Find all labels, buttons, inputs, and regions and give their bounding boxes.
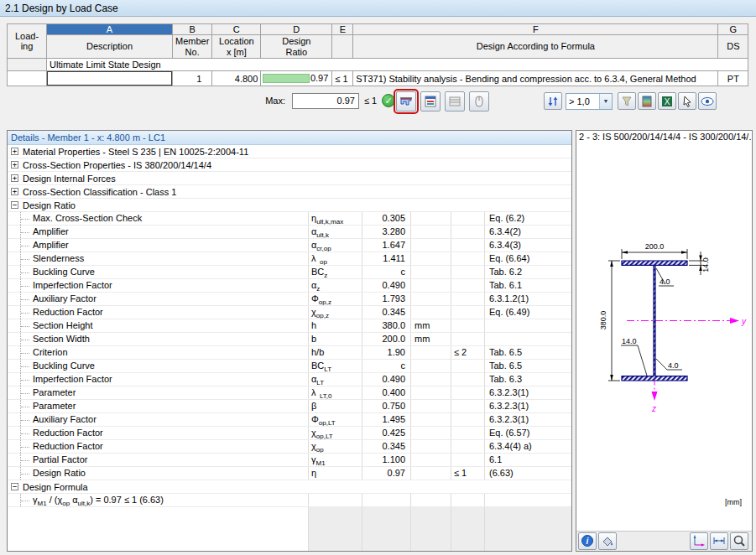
- detail-row[interactable]: Amplifierαcr,op1.6476.3.4(3): [8, 239, 571, 252]
- dimension-lines-button[interactable]: [710, 532, 728, 550]
- tree-group-row[interactable]: +Material Properties - Steel S 235 | EN …: [8, 145, 571, 158]
- column-letter-g[interactable]: G: [718, 24, 748, 35]
- detail-unit: [410, 386, 451, 399]
- header-description[interactable]: Description: [47, 35, 173, 59]
- dim-height: 380.0: [599, 261, 620, 381]
- detail-value: 1.495: [362, 413, 410, 426]
- dim-web-top: 4.0: [656, 268, 674, 286]
- detail-row[interactable]: Criterionh/b1.90≤ 2Tab. 6.5: [8, 346, 571, 360]
- detail-value: c: [362, 360, 410, 372]
- cell-design-ratio[interactable]: 0.97: [261, 71, 332, 86]
- header-location[interactable]: Location x [m]: [212, 35, 261, 59]
- zoom-button[interactable]: [730, 532, 748, 550]
- tree-group-row[interactable]: −Design Formula: [8, 480, 571, 494]
- detail-row[interactable]: Reduction Factorχop,z0.345Eq. (6.49): [8, 306, 571, 319]
- result-values-button[interactable]: [445, 91, 465, 112]
- detail-symbol: ηult,k,max: [308, 212, 362, 225]
- filler-cell: [451, 507, 484, 551]
- detail-row[interactable]: Parameterλ_LT,00.4006.3.2.3(1): [8, 386, 571, 400]
- result-diagrams-button[interactable]: [396, 91, 416, 112]
- detail-row[interactable]: Buckling CurveBCzcTab. 6.2: [8, 266, 571, 279]
- collapse-icon[interactable]: −: [11, 201, 18, 209]
- filter-button[interactable]: [618, 92, 636, 110]
- header-limit[interactable]: [332, 35, 353, 59]
- mouse-mode-button[interactable]: [469, 91, 489, 112]
- detail-row[interactable]: Design Ratioη0.97≤ 1(6.63): [8, 467, 571, 480]
- detail-row[interactable]: Max. Cross-Section Checkηult,k,max0.305E…: [8, 212, 571, 226]
- detail-criterion: [451, 306, 484, 319]
- detail-desc: Reduction Factor: [8, 306, 308, 319]
- expand-icon[interactable]: +: [11, 161, 18, 169]
- header-formula[interactable]: Design According to Formula: [353, 35, 718, 59]
- header-member-no[interactable]: Member No.: [173, 35, 212, 59]
- expand-icon[interactable]: +: [11, 174, 18, 182]
- detail-row[interactable]: Reduction Factorχop,LT0.425Eq. (6.57): [8, 427, 571, 440]
- detail-criterion: [451, 252, 484, 265]
- detail-criterion: [451, 454, 484, 466]
- max-value-box[interactable]: 0.97: [292, 93, 359, 109]
- column-letter-a[interactable]: A: [47, 24, 173, 35]
- tree-group-row[interactable]: +Design Internal Forces: [8, 172, 571, 185]
- column-letter-b[interactable]: B: [173, 24, 212, 35]
- detail-row[interactable]: Slendernessλ_op1.411Eq. (6.64): [8, 252, 571, 266]
- detail-row[interactable]: Amplifierαult,k3.2806.3.4(2): [8, 226, 571, 239]
- detail-row[interactable]: Imperfection Factorαz0.490Tab. 6.1: [8, 279, 571, 293]
- display-properties-button[interactable]: [598, 532, 617, 550]
- axes-toggle-button[interactable]: [690, 532, 708, 550]
- detail-row[interactable]: Auxiliary FactorΦop,LT1.4956.3.2.3(1): [8, 413, 571, 427]
- detail-reference: 6.3.2.3(1): [484, 413, 571, 426]
- detail-row[interactable]: Buckling CurveBCLTcTab. 6.5: [8, 360, 571, 373]
- detail-row[interactable]: Section Widthb200.0mm: [8, 333, 571, 346]
- control-panel-button[interactable]: [420, 91, 441, 112]
- excel-export-button[interactable]: X: [658, 92, 676, 110]
- detail-reference: 6.1: [484, 454, 571, 466]
- cell-load-case[interactable]: LC1: [8, 71, 47, 86]
- sort-button[interactable]: [544, 92, 562, 110]
- svg-text:4.0: 4.0: [668, 361, 679, 370]
- detail-reference: Eq. (6.64): [484, 252, 571, 265]
- detail-row[interactable]: Parameterβ0.7506.3.2.3(1): [8, 400, 571, 413]
- detail-criterion: [451, 360, 484, 372]
- pick-object-button[interactable]: [678, 92, 696, 110]
- column-letter-e[interactable]: E: [332, 24, 353, 35]
- info-button[interactable]: i: [578, 532, 597, 550]
- cell-ratio-limit[interactable]: ≤ 1: [332, 71, 353, 86]
- design-formula-row[interactable]: γM1 / (χop αult,k) = 0.97 ≤ 1 (6.63): [8, 494, 571, 507]
- cell-ds[interactable]: PT: [718, 71, 748, 86]
- expand-icon[interactable]: +: [11, 188, 18, 195]
- expand-icon[interactable]: +: [11, 148, 18, 155]
- chevron-down-icon[interactable]: ▼: [599, 94, 612, 109]
- cell-member-no[interactable]: 1: [173, 71, 212, 86]
- paint-bucket-icon: [601, 534, 614, 547]
- corner-header[interactable]: Load- ing: [8, 24, 47, 59]
- color-gradient-button[interactable]: [638, 92, 656, 110]
- header-ds[interactable]: DS: [718, 35, 748, 59]
- column-letter-c[interactable]: C: [212, 24, 261, 35]
- column-letter-d[interactable]: D: [261, 24, 332, 35]
- collapse-icon[interactable]: −: [11, 483, 18, 490]
- detail-row[interactable]: Imperfection FactorαLT0.490Tab. 6.3: [8, 373, 571, 386]
- header-design-ratio[interactable]: Design Ratio: [261, 35, 332, 59]
- cell-location[interactable]: 4.800: [212, 71, 261, 86]
- detail-value: 0.425: [362, 427, 410, 439]
- dim-web-bottom: 4.0: [656, 359, 682, 370]
- svg-text:380.0: 380.0: [599, 311, 607, 330]
- detail-reference: Tab. 6.5: [484, 346, 571, 359]
- detail-row[interactable]: Reduction Factorχop0.3456.3.4(4) a): [8, 440, 571, 454]
- visibility-button[interactable]: [698, 92, 717, 110]
- detail-symbol: αLT: [308, 373, 362, 386]
- cell-formula[interactable]: ST371) Stability analysis - Bending and …: [353, 71, 718, 86]
- column-letter-f[interactable]: F: [353, 24, 718, 35]
- detail-row[interactable]: Section Heighth380.0mm: [8, 319, 571, 333]
- cell-description[interactable]: [47, 71, 173, 86]
- cross-section-title: 2 - 3: IS 500/200/14/14/4 - IS 300/200/1…: [576, 131, 752, 143]
- cross-section-view[interactable]: y z 200.0 14.0: [576, 143, 752, 531]
- tree-group-row[interactable]: +Cross-Section Classification - Class 1: [8, 185, 571, 199]
- detail-value: 1.411: [362, 252, 410, 265]
- tree-group-row[interactable]: +Cross-Section Properties - IS 380/200/1…: [8, 158, 571, 172]
- detail-row[interactable]: Auxiliary FactorΦop,z1.7936.3.1.2(1): [8, 293, 571, 306]
- detail-row[interactable]: Partial FactorγM11.1006.1: [8, 454, 571, 467]
- tree-group-row[interactable]: −Design Ratio: [8, 199, 571, 212]
- eye-icon: [701, 95, 714, 108]
- threshold-dropdown[interactable]: > 1,0 ▼: [566, 93, 613, 110]
